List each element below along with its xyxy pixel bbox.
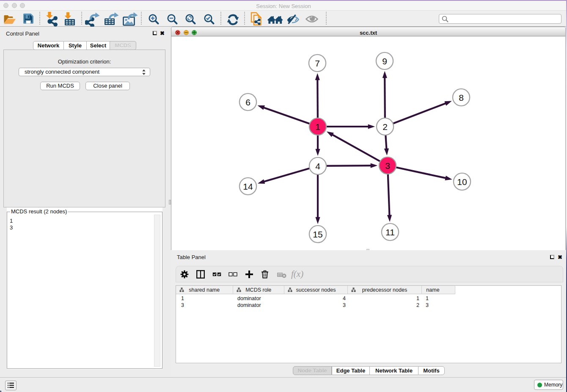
svg-text:10: 10 bbox=[457, 177, 467, 187]
svg-text:8: 8 bbox=[459, 93, 464, 102]
svg-text:4: 4 bbox=[315, 161, 320, 171]
svg-text:3: 3 bbox=[385, 161, 390, 171]
svg-text:9: 9 bbox=[382, 56, 387, 66]
svg-text:6: 6 bbox=[245, 97, 250, 107]
svg-text:1: 1 bbox=[315, 122, 320, 132]
svg-text:15: 15 bbox=[313, 229, 322, 239]
svg-text:7: 7 bbox=[315, 58, 320, 68]
svg-text:2: 2 bbox=[383, 122, 388, 132]
svg-text:11: 11 bbox=[385, 227, 395, 237]
svg-text:14: 14 bbox=[243, 182, 253, 191]
